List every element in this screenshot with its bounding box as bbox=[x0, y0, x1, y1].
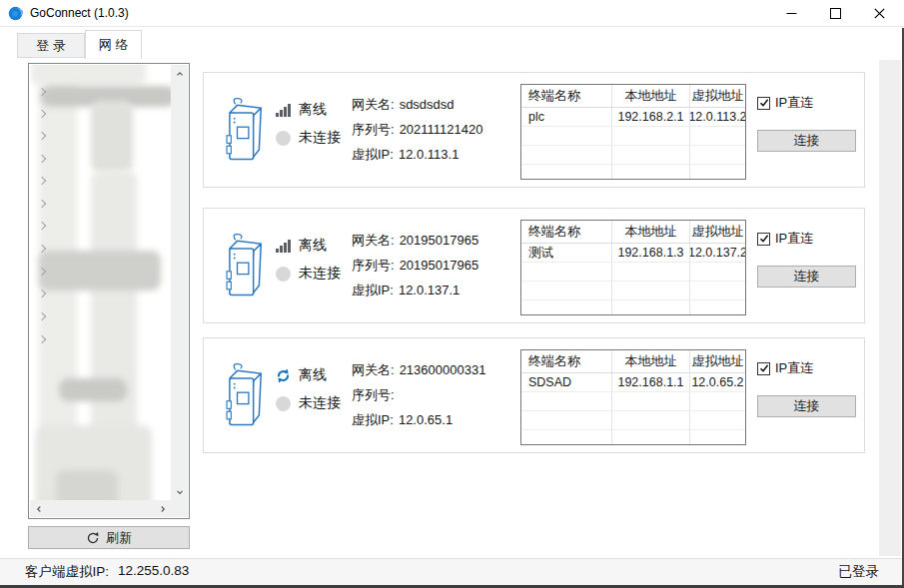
col-local-address: 本地地址 bbox=[612, 350, 690, 372]
serial-value: 202111121420 bbox=[400, 117, 483, 142]
not-connected-label: 未连接 bbox=[299, 265, 341, 283]
main-scrollbar-track[interactable] bbox=[879, 60, 901, 556]
ip-direct-option[interactable]: IP直连 bbox=[757, 94, 813, 112]
client-vip-label: 客户端虚拟IP: bbox=[25, 563, 109, 581]
terminal-table: 终端名称 本地地址 虚拟地址 测试 192.168.1.3 12.0.137.2 bbox=[520, 220, 746, 315]
tab-login-label: 登 录 bbox=[36, 37, 66, 55]
table-row-empty bbox=[521, 430, 745, 445]
col-terminal-name: 终端名称 bbox=[521, 85, 612, 107]
gateway-name-label: 网关名: bbox=[352, 357, 395, 382]
virtual-ip-value: 12.0.137.1 bbox=[399, 278, 459, 302]
goconnect-window: GoConnect (1.0.3) 登 录 网 络 bbox=[0, 0, 904, 588]
gateway-name-value: 213600000331 bbox=[400, 357, 486, 382]
col-virtual-address: 虚拟地址 bbox=[690, 221, 745, 243]
scroll-up-icon[interactable] bbox=[171, 65, 188, 82]
col-virtual-address: 虚拟地址 bbox=[690, 85, 745, 107]
table-row-empty bbox=[521, 300, 745, 315]
gateway-card-2: 离线 未连接 网关名:20195017965 序列号:20195017965 虚… bbox=[203, 208, 865, 323]
virtual-ip-value: 12.0.113.1 bbox=[399, 142, 458, 167]
terminal-table: 终端名称 本地地址 虚拟地址 plc 192.168.2.1 12.0.113.… bbox=[520, 84, 746, 180]
table-header-row: 终端名称 本地地址 虚拟地址 bbox=[521, 85, 745, 108]
redacted-tree-content bbox=[30, 65, 171, 500]
col-terminal-name: 终端名称 bbox=[521, 350, 612, 372]
table-header-row: 终端名称 本地地址 虚拟地址 bbox=[521, 221, 745, 244]
tab-network[interactable]: 网 络 bbox=[85, 30, 142, 59]
maximize-button[interactable] bbox=[813, 0, 857, 26]
minimize-icon bbox=[786, 8, 797, 19]
table-row-empty bbox=[521, 392, 745, 411]
col-virtual-address: 虚拟地址 bbox=[690, 350, 745, 372]
titlebar: GoConnect (1.0.3) bbox=[0, 0, 904, 26]
scroll-left-icon[interactable] bbox=[30, 500, 47, 517]
signal-bars-icon bbox=[276, 239, 291, 253]
ip-direct-label: IP直连 bbox=[775, 230, 813, 248]
col-local-address: 本地地址 bbox=[612, 85, 690, 107]
status-bar: 客户端虚拟IP: 12.255.0.83 已登录 bbox=[0, 558, 904, 585]
ip-direct-label: IP直连 bbox=[775, 94, 813, 112]
table-row-empty bbox=[521, 263, 745, 282]
refresh-button[interactable]: 刷新 bbox=[28, 526, 190, 549]
gateway-name-label: 网关名: bbox=[352, 92, 395, 117]
table-row-empty bbox=[521, 411, 745, 430]
not-connected-label: 未连接 bbox=[299, 394, 341, 412]
gateway-device-icon bbox=[223, 358, 271, 434]
gateway-device-icon bbox=[223, 93, 271, 169]
maximize-icon bbox=[830, 8, 841, 19]
not-connected-dot-icon bbox=[276, 267, 291, 282]
scrollbar-corner bbox=[171, 500, 188, 517]
table-row-empty bbox=[521, 127, 745, 146]
gateway-card-3: 离线 未连接 网关名:213600000331 序列号: 虚拟IP:12.0.6… bbox=[203, 337, 865, 453]
sync-icon bbox=[276, 368, 291, 383]
gateway-name-label: 网关名: bbox=[352, 228, 395, 253]
table-header-row: 终端名称 本地地址 虚拟地址 bbox=[521, 350, 745, 373]
offline-label: 离线 bbox=[299, 366, 327, 384]
virtual-ip-label: 虚拟IP: bbox=[352, 142, 394, 167]
table-row-empty bbox=[521, 165, 745, 180]
virtual-ip-value: 12.0.65.1 bbox=[399, 407, 452, 432]
table-row: 测试 192.168.1.3 12.0.137.2 bbox=[521, 244, 745, 263]
offline-label: 离线 bbox=[299, 237, 327, 255]
gateway-info: 网关名:213600000331 序列号: 虚拟IP:12.0.65.1 bbox=[352, 357, 485, 432]
virtual-ip-label: 虚拟IP: bbox=[352, 278, 394, 302]
refresh-button-label: 刷新 bbox=[106, 529, 132, 547]
gateway-name-value: sdsdsdsd bbox=[400, 92, 454, 117]
tab-login[interactable]: 登 录 bbox=[17, 33, 85, 58]
gateway-info: 网关名:sdsdsdsd 序列号:202111121420 虚拟IP:12.0.… bbox=[352, 92, 483, 167]
signal-bars-icon bbox=[276, 103, 291, 117]
serial-label: 序列号: bbox=[352, 382, 395, 407]
not-connected-label: 未连接 bbox=[299, 129, 341, 147]
checkbox-checked-icon[interactable] bbox=[757, 362, 770, 375]
checkbox-checked-icon[interactable] bbox=[757, 233, 770, 246]
app-logo-icon bbox=[8, 6, 23, 21]
not-connected-dot-icon bbox=[276, 131, 291, 146]
serial-label: 序列号: bbox=[352, 253, 395, 278]
tree-horizontal-scrollbar[interactable] bbox=[30, 500, 171, 517]
scroll-down-icon[interactable] bbox=[171, 483, 188, 500]
terminal-table: 终端名称 本地地址 虚拟地址 SDSAD 192.168.1.1 12.0.65… bbox=[520, 349, 746, 445]
col-terminal-name: 终端名称 bbox=[521, 221, 612, 243]
device-tree[interactable] bbox=[28, 63, 190, 519]
ip-direct-option[interactable]: IP直连 bbox=[757, 230, 813, 248]
gateway-device-icon bbox=[223, 229, 271, 304]
refresh-icon bbox=[86, 531, 100, 545]
ip-direct-option[interactable]: IP直连 bbox=[757, 359, 813, 377]
connect-button[interactable]: 连接 bbox=[757, 130, 856, 152]
connect-button[interactable]: 连接 bbox=[757, 266, 856, 288]
checkbox-checked-icon[interactable] bbox=[757, 97, 770, 110]
serial-label: 序列号: bbox=[352, 117, 395, 142]
client-vip-value: 12.255.0.83 bbox=[118, 563, 189, 581]
col-local-address: 本地地址 bbox=[612, 221, 690, 243]
gateway-info: 网关名:20195017965 序列号:20195017965 虚拟IP:12.… bbox=[352, 228, 478, 302]
connect-button[interactable]: 连接 bbox=[757, 395, 856, 417]
gateway-name-value: 20195017965 bbox=[400, 228, 479, 253]
scroll-right-icon[interactable] bbox=[154, 500, 171, 517]
table-row: SDSAD 192.168.1.1 12.0.65.2 bbox=[521, 373, 745, 392]
minimize-button[interactable] bbox=[769, 0, 813, 26]
table-row: plc 192.168.2.1 12.0.113.2 bbox=[521, 108, 745, 127]
table-row-empty bbox=[521, 282, 745, 300]
tree-vertical-scrollbar[interactable] bbox=[171, 65, 188, 500]
table-row-empty bbox=[521, 146, 745, 165]
offline-label: 离线 bbox=[299, 101, 327, 119]
serial-value: 20195017965 bbox=[400, 253, 479, 278]
close-button[interactable] bbox=[857, 0, 901, 26]
